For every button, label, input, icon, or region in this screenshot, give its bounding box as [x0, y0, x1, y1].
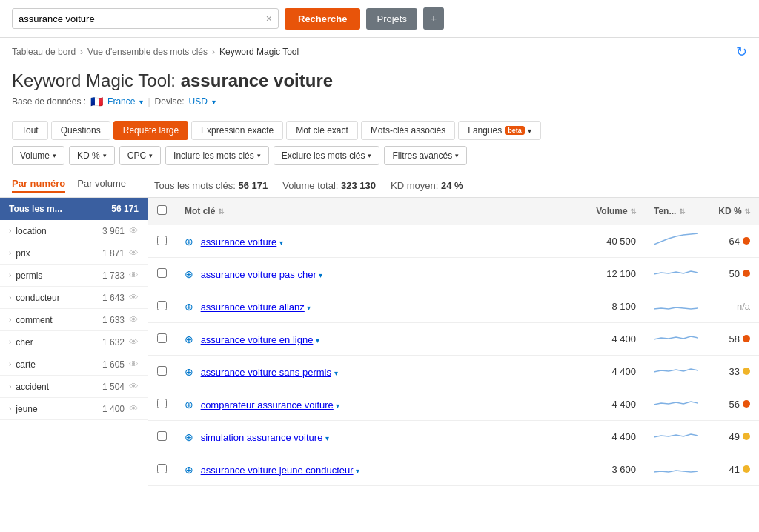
sidebar-item-cher[interactable]: › cher 1 632 👁	[0, 331, 148, 353]
eye-icon[interactable]: 👁	[129, 270, 139, 281]
row-checkbox[interactable]	[157, 399, 167, 408]
keyword-link[interactable]: assurance voiture pas cher	[201, 269, 316, 280]
kd-cell: 49	[707, 421, 759, 453]
row-checkbox[interactable]	[157, 333, 167, 343]
th-tendance[interactable]: Ten... ⇅	[645, 198, 707, 225]
tab-mot-cle-exact[interactable]: Mot clé exact	[286, 121, 358, 140]
keyword-link[interactable]: assurance voiture alianz	[201, 302, 305, 313]
select-all-checkbox[interactable]	[157, 205, 167, 215]
add-keyword-icon[interactable]: ⊕	[185, 236, 193, 247]
eye-icon[interactable]: 👁	[129, 314, 139, 325]
volume-dropdown[interactable]: Volume ▾	[12, 146, 64, 165]
row-checkbox[interactable]	[157, 236, 167, 245]
sidebar-item-count: 1 400	[102, 404, 125, 414]
tab-questions[interactable]: Questions	[51, 121, 110, 140]
trend-cell	[645, 356, 707, 388]
cpc-dropdown[interactable]: CPC ▾	[119, 146, 161, 165]
plus-button[interactable]: +	[423, 7, 444, 30]
exclure-label: Exclure les mots clés	[282, 150, 365, 161]
sort-kd: ⇅	[744, 207, 750, 216]
eye-icon[interactable]: 👁	[129, 403, 139, 414]
sidebar: Tous les m... 56 171 › location 3 961 👁 …	[0, 198, 148, 532]
keyword-dropdown-chevron[interactable]: ▾	[356, 467, 359, 475]
devise-link[interactable]: USD	[189, 96, 208, 107]
devise-chevron[interactable]: ▾	[212, 98, 216, 106]
tab-par-volume[interactable]: Par volume	[77, 178, 126, 193]
th-kd[interactable]: KD % ⇅	[707, 198, 759, 225]
sidebar-item-accident[interactable]: › accident 1 504 👁	[0, 376, 148, 398]
eye-icon[interactable]: 👁	[129, 381, 139, 392]
add-keyword-icon[interactable]: ⊕	[185, 268, 193, 280]
breadcrumb-sep2: ›	[212, 47, 215, 57]
sidebar-item-prix[interactable]: › prix 1 871 👁	[0, 242, 148, 265]
keyword-dropdown-chevron[interactable]: ▾	[279, 239, 283, 247]
tab-par-numero[interactable]: Par numéro	[12, 178, 65, 193]
add-keyword-icon[interactable]: ⊕	[185, 301, 193, 313]
sidebar-item-count: 1 871	[102, 248, 125, 259]
title-prefix: Keyword Magic Tool:	[12, 70, 176, 90]
add-keyword-icon[interactable]: ⊕	[185, 464, 193, 476]
sidebar-item-jeune[interactable]: › jeune 1 400 👁	[0, 398, 148, 420]
eye-icon[interactable]: 👁	[129, 359, 139, 370]
add-keyword-icon[interactable]: ⊕	[185, 399, 193, 410]
keyword-dropdown-chevron[interactable]: ▾	[336, 402, 339, 410]
keyword-link[interactable]: simulation assurance voiture	[201, 432, 323, 443]
add-keyword-icon[interactable]: ⊕	[185, 366, 193, 378]
kd-label: KD %	[77, 150, 100, 161]
kd-dropdown[interactable]: KD % ▾	[69, 146, 115, 165]
keyword-dropdown-chevron[interactable]: ▾	[319, 271, 322, 279]
exclure-dropdown[interactable]: Exclure les mots clés ▾	[274, 146, 380, 165]
breadcrumb-home[interactable]: Tableau de bord	[12, 47, 76, 57]
kd-cell: 41	[707, 453, 759, 486]
keyword-dropdown-chevron[interactable]: ▾	[334, 369, 338, 377]
table-row: ⊕ assurance voiture pas cher ▾ 12 100 50	[148, 258, 759, 290]
keyword-dropdown-chevron[interactable]: ▾	[316, 336, 319, 345]
sidebar-item-chevron: ›	[9, 227, 11, 235]
db-label: Base de données :	[12, 96, 86, 107]
sidebar-item-permis[interactable]: › permis 1 733 👁	[0, 265, 148, 287]
country-chevron[interactable]: ▾	[139, 98, 143, 106]
keyword-link[interactable]: assurance voiture en ligne	[201, 334, 314, 345]
th-volume[interactable]: Volume ⇅	[578, 198, 645, 225]
clear-icon[interactable]: ×	[266, 13, 272, 24]
sidebar-item-comment[interactable]: › comment 1 633 👁	[0, 309, 148, 331]
add-keyword-icon[interactable]: ⊕	[185, 333, 193, 345]
keyword-link[interactable]: assurance voiture	[201, 236, 277, 247]
eye-icon[interactable]: 👁	[129, 247, 139, 259]
th-mot-cle[interactable]: Mot clé ⇅	[176, 198, 578, 225]
search-input[interactable]	[19, 13, 266, 24]
keyword-cell: ⊕ assurance voiture en ligne ▾	[176, 323, 578, 356]
tab-mots-cles-associes[interactable]: Mots-clés associés	[361, 121, 455, 140]
keyword-dropdown-chevron[interactable]: ▾	[325, 434, 329, 442]
refresh-icon[interactable]: ↻	[736, 44, 747, 60]
inclure-dropdown[interactable]: Inclure les mots clés ▾	[165, 146, 269, 165]
projets-button[interactable]: Projets	[366, 8, 417, 30]
eye-icon[interactable]: 👁	[129, 292, 139, 303]
row-checkbox[interactable]	[157, 366, 167, 376]
row-checkbox[interactable]	[157, 464, 167, 473]
keyword-dropdown-chevron[interactable]: ▾	[307, 304, 311, 312]
eye-icon[interactable]: 👁	[129, 336, 139, 348]
tab-requete-large[interactable]: Requête large	[113, 121, 188, 140]
sidebar-item-label: accident	[16, 382, 102, 392]
eye-icon[interactable]: 👁	[129, 225, 139, 236]
tab-expression-exacte[interactable]: Expression exacte	[191, 121, 283, 140]
row-checkbox[interactable]	[157, 431, 167, 441]
row-checkbox[interactable]	[157, 268, 167, 278]
add-keyword-icon[interactable]: ⊕	[185, 431, 193, 443]
sidebar-item-carte[interactable]: › carte 1 605 👁	[0, 353, 148, 376]
keyword-link[interactable]: assurance voiture jeune conducteur	[201, 465, 354, 476]
row-checkbox[interactable]	[157, 301, 167, 310]
country-link[interactable]: France	[107, 96, 135, 107]
recherche-button[interactable]: Recherche	[285, 8, 360, 30]
sidebar-item-conducteur[interactable]: › conducteur 1 643 👁	[0, 287, 148, 309]
keyword-link[interactable]: assurance voiture sans permis	[201, 367, 331, 378]
breadcrumb-overview[interactable]: Vue d'ensemble des mots clés	[87, 47, 208, 57]
keyword-link[interactable]: comparateur assurance voiture	[201, 399, 334, 410]
sidebar-item-location[interactable]: › location 3 961 👁	[0, 220, 148, 242]
tab-tout[interactable]: Tout	[12, 121, 48, 140]
keyword-cell: ⊕ assurance voiture jeune conducteur ▾	[176, 453, 578, 486]
filtres-avances-dropdown[interactable]: Filtres avancés ▾	[384, 146, 467, 165]
tab-langues[interactable]: Langues beta ▾	[458, 121, 541, 140]
stat-kd: KD moyen: 24 %	[391, 180, 463, 191]
